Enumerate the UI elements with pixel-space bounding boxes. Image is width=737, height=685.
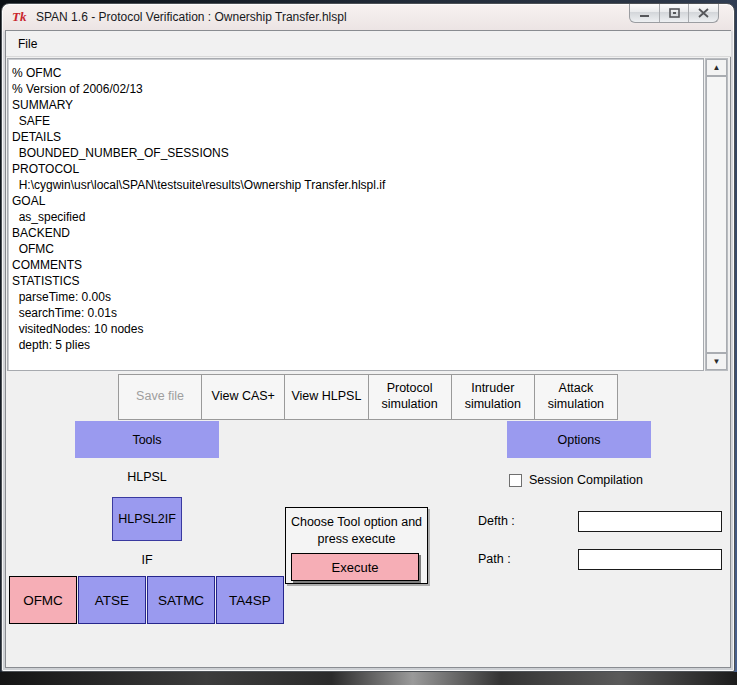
close-icon [698,8,709,18]
minimize-icon [639,9,650,18]
ofmc-button[interactable]: OFMC [9,576,77,624]
menu-bar: File [6,31,731,57]
title-bar[interactable]: Tk SPAN 1.6 - Protocol Verification : Ow… [6,4,626,29]
desktop-background: Tk SPAN 1.6 - Protocol Verification : Ow… [0,0,737,685]
output-line: STATISTICS [12,273,701,289]
scrollbar-thumb[interactable] [706,76,727,353]
output-line: % OFMC [12,65,701,81]
view-hlpsl-button[interactable]: View HLPSL [284,375,367,419]
output-text-area[interactable]: % OFMC % Version of 2006/02/13 SUMMARY S… [7,58,704,371]
path-label: Path : [478,552,511,566]
output-line: SUMMARY [12,97,701,113]
output-line: SAFE [12,113,701,129]
choose-tool-text-line2: press execute [286,532,427,546]
output-line: depth: 5 plies [12,337,701,353]
toolbar: Save file View CAS+ View HLPSL Protocol … [118,374,618,420]
hlpsl-label: HLPSL [75,470,219,484]
attack-simulation-button[interactable]: Attack simulation [534,375,617,419]
intruder-simulation-button[interactable]: Intruder simulation [451,375,534,419]
hlpsl2if-button[interactable]: HLPSL2IF [112,497,182,541]
session-compilation-label: Session Compilation [529,473,643,487]
output-line: BACKEND [12,225,701,241]
output-line: as_specified [12,209,701,225]
window-bottom-edge [0,672,737,685]
if-label: IF [75,553,219,567]
window-controls [629,4,719,23]
output-line: searchTime: 0.01s [12,305,701,321]
maximize-button[interactable] [659,4,689,22]
minimize-button[interactable] [630,4,659,22]
maximize-icon [669,8,680,18]
vertical-scrollbar[interactable]: ▲ ▼ [705,58,728,371]
defth-input[interactable] [578,511,722,532]
output-line: parseTime: 0.00s [12,289,701,305]
output-line: OFMC [12,241,701,257]
options-button[interactable]: Options [507,421,651,458]
protocol-simulation-button[interactable]: Protocol simulation [368,375,451,419]
tools-button[interactable]: Tools [75,421,219,458]
view-cas-button[interactable]: View CAS+ [201,375,284,419]
output-line: H:\cygwin\usr\local\SPAN\testsuite\resul… [12,177,701,193]
save-file-button[interactable]: Save file [119,375,201,419]
output-line: GOAL [12,193,701,209]
output-line: COMMENTS [12,257,701,273]
close-button[interactable] [688,4,718,22]
output-line: % Version of 2006/02/13 [12,81,701,97]
scroll-down-button[interactable]: ▼ [706,353,727,370]
execute-button[interactable]: Execute [291,553,419,581]
session-compilation-checkbox[interactable] [509,474,522,487]
window-title: SPAN 1.6 - Protocol Verification : Owner… [36,10,347,24]
atse-button[interactable]: ATSE [78,576,146,624]
ta4sp-button[interactable]: TA4SP [216,576,284,624]
defth-label: Defth : [478,514,515,528]
scroll-up-button[interactable]: ▲ [706,59,727,76]
output-line: visitedNodes: 10 nodes [12,321,701,337]
output-line: DETAILS [12,129,701,145]
output-line: PROTOCOL [12,161,701,177]
path-input[interactable] [578,549,722,570]
arrow-up-icon: ▲ [713,63,721,72]
menu-item-file[interactable]: File [6,33,49,55]
choose-tool-text-line1: Choose Tool option and [286,515,427,529]
output-line: BOUNDED_NUMBER_OF_SESSIONS [12,145,701,161]
tk-icon: Tk [12,9,28,25]
satmc-button[interactable]: SATMC [147,576,215,624]
arrow-down-icon: ▼ [713,357,721,366]
